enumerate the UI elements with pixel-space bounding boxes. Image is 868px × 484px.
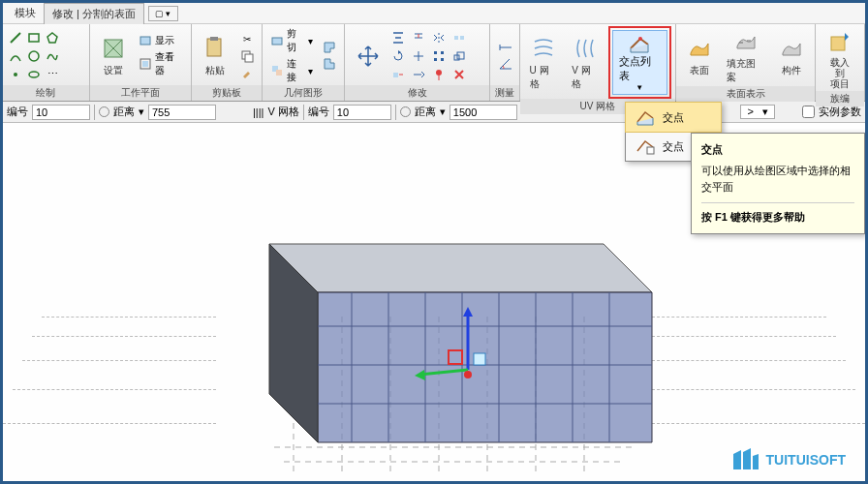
panel-geometry: 剪切 ▾ 连接 ▾ 几何图形 <box>263 24 346 101</box>
panel-clipboard: 粘贴 ✂ 剪贴板 <box>192 24 263 101</box>
val1500-input[interactable] <box>450 105 517 120</box>
vgrid-label: V 网格 <box>572 64 600 91</box>
cut-geom-label: 剪切 <box>287 27 306 54</box>
panel-draw: ⋯ 绘制 <box>3 24 90 101</box>
spline-icon[interactable] <box>44 47 61 65</box>
svg-rect-17 <box>454 36 458 40</box>
show-icon <box>139 34 152 47</box>
dist1-radio[interactable] <box>99 106 109 117</box>
measure-dist-button[interactable] <box>494 40 515 55</box>
match-small-button[interactable] <box>236 65 258 80</box>
array-icon[interactable] <box>430 47 448 65</box>
move-icon <box>355 43 382 70</box>
panel-clipboard-title: 剪贴板 <box>192 85 262 101</box>
menu-item-intersect-1[interactable]: 交点 <box>625 102 722 133</box>
fillpattern-button[interactable]: 填充图案 <box>721 26 770 86</box>
tab-modify-divided-surface[interactable]: 修改 | 分割的表面 <box>44 3 144 24</box>
align-icon[interactable] <box>389 29 407 46</box>
options-label-num1: 编号 <box>7 105 28 119</box>
paste-button[interactable]: 粘贴 <box>196 33 234 79</box>
svg-rect-7 <box>140 37 150 45</box>
copy-modify-icon[interactable] <box>389 66 407 83</box>
move-button[interactable] <box>349 41 388 72</box>
intersect-list-button[interactable]: 交点列表 ▼ <box>612 30 668 95</box>
tooltip: 交点 可以使用从绘图区域中选择的相交平面 按 F1 键获得更多帮助 <box>691 133 865 234</box>
panel-surfacerep: 表面 填充图案 构件 表面表示 <box>676 24 816 101</box>
measure-angle-button[interactable] <box>494 56 515 72</box>
tab-modules[interactable]: 模块 <box>7 3 44 23</box>
show-label: 显示 <box>155 34 174 47</box>
geom-icon-1[interactable] <box>319 40 340 55</box>
component-button[interactable]: 构件 <box>772 33 811 79</box>
svg-rect-59 <box>647 147 654 154</box>
instance-checkbox[interactable] <box>802 106 815 118</box>
dist2-radio[interactable] <box>400 106 411 117</box>
trim-icon[interactable] <box>410 47 427 65</box>
pin-icon[interactable] <box>430 66 448 83</box>
brush-icon <box>240 66 254 79</box>
arc-icon[interactable] <box>7 47 24 65</box>
geom-icon-2[interactable] <box>319 56 340 72</box>
line-icon[interactable] <box>7 29 24 46</box>
surface-button[interactable]: 表面 <box>680 33 719 79</box>
point-icon[interactable] <box>7 66 24 83</box>
tab-overflow[interactable]: ▢ ▾ <box>148 6 178 21</box>
panel-measure-title: 测量 <box>490 85 519 101</box>
cut-geom-button[interactable]: 剪切 ▾ <box>266 26 318 55</box>
show-button[interactable]: 显示 <box>135 33 187 48</box>
svg-rect-25 <box>393 73 398 77</box>
component-label: 构件 <box>782 64 801 77</box>
settings-icon <box>100 35 127 62</box>
dist1-dropdown[interactable]: ▾ <box>139 106 144 118</box>
settings-button[interactable]: 设置 <box>94 33 133 79</box>
svg-marker-38 <box>269 244 652 292</box>
circle-icon[interactable] <box>25 47 43 65</box>
copy-icon <box>240 49 254 63</box>
panel-uvgrid: U 网格 V 网格 交点列表 ▼ UV 网格 <box>520 24 677 101</box>
intersect-menu-icon-1 <box>636 108 655 126</box>
offset-icon[interactable] <box>410 29 427 46</box>
ellipse-icon[interactable] <box>25 66 43 83</box>
dist2-dropdown[interactable]: ▾ <box>440 106 446 118</box>
num1-input[interactable] <box>32 105 90 120</box>
copy-small-button[interactable] <box>236 48 258 64</box>
split-icon[interactable] <box>450 29 468 46</box>
svg-rect-9 <box>142 61 148 67</box>
svg-point-5 <box>29 72 39 77</box>
loadinto-label: 载入到 项目 <box>825 57 854 89</box>
vgrid-button[interactable]: V 网格 <box>566 33 605 93</box>
svg-point-3 <box>29 51 39 61</box>
delete-icon[interactable] <box>450 66 468 83</box>
scissors-icon: ✂ <box>240 33 254 46</box>
scale-icon[interactable] <box>450 47 468 65</box>
num2-input[interactable] <box>333 105 391 120</box>
notch-icon <box>323 41 336 54</box>
val755-input[interactable] <box>148 105 216 120</box>
paste-label: 粘贴 <box>205 64 225 77</box>
cut-geom-icon <box>270 34 284 47</box>
svg-marker-2 <box>47 33 57 43</box>
gt-dropdown[interactable]: > ▾ <box>740 105 775 119</box>
vgrid-icon <box>573 35 600 62</box>
cut-small-button[interactable]: ✂ <box>236 32 258 47</box>
panel-workplane-title: 工作平面 <box>90 85 191 101</box>
extend-icon[interactable] <box>410 66 427 83</box>
viewer-button[interactable]: 查看器 <box>135 49 187 78</box>
svg-marker-39 <box>318 292 652 442</box>
rect-icon[interactable] <box>25 29 43 46</box>
connect-button[interactable]: 连接 ▾ <box>266 56 318 85</box>
tab-bar: 模块 修改 | 分割的表面 ▢ ▾ <box>3 3 865 24</box>
intersect-list-label: 交点列表 <box>619 54 662 83</box>
surface-icon <box>686 35 713 62</box>
settings-label: 设置 <box>104 64 123 77</box>
polygon-icon[interactable] <box>44 29 61 46</box>
rotate-icon[interactable] <box>389 47 407 65</box>
ugrid-button[interactable]: U 网格 <box>524 33 565 93</box>
svg-rect-19 <box>434 51 437 54</box>
svg-rect-18 <box>460 36 464 40</box>
mirror-icon[interactable] <box>430 29 448 46</box>
more-icon[interactable]: ⋯ <box>44 66 61 83</box>
paste-icon <box>202 35 229 62</box>
fillpattern-icon <box>732 28 760 55</box>
loadinto-button[interactable]: 载入到 项目 <box>820 26 860 91</box>
